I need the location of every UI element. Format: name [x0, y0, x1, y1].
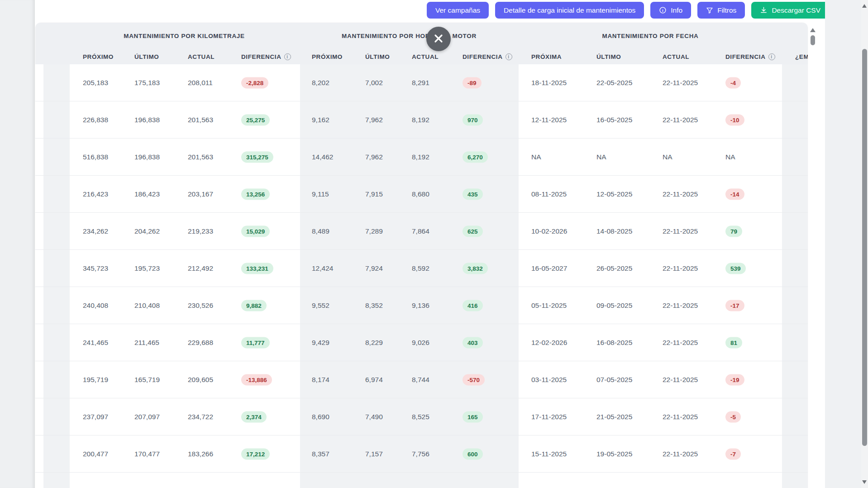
diferencia-info-icon[interactable]: i — [506, 53, 512, 60]
diferencia-info-icon[interactable]: i — [768, 53, 775, 60]
horas-actual-cell: 8,680 — [412, 190, 429, 198]
column-header-fecha-ultimo: ÚLTIMO — [596, 53, 621, 60]
close-button[interactable] — [426, 27, 451, 51]
km-diferencia-badge: 133,231 — [241, 263, 273, 274]
fecha-proxima-cell: 15-11-2025 — [531, 450, 567, 458]
table-row: 237,097207,097234,7222,3748,6907,4908,52… — [35, 398, 808, 435]
horas-ultimo-cell: 7,002 — [365, 79, 383, 87]
page-scrollbar[interactable] — [861, 0, 868, 488]
km-diferencia-badge: 25,275 — [241, 114, 270, 125]
fecha-proxima-cell: 12-11-2025 — [531, 116, 567, 124]
group-title-horas: MANTENIMIENTO POR HORAS DE MOTOR — [342, 33, 477, 39]
table-header: ¿EMITE MANTENIMIENTO POR KILOMETRAJEPRÓX… — [35, 23, 808, 64]
table-row: 234,262204,262219,23315,0298,4897,2897,8… — [35, 213, 808, 250]
fecha-actual-cell: 22-11-2025 — [663, 339, 698, 347]
table-scrollbar-thumb[interactable] — [811, 35, 815, 45]
horas-proximo-cell: 14,462 — [312, 153, 333, 161]
horas-proximo-cell: 8,202 — [312, 79, 329, 87]
km-proximo-cell: 205,183 — [83, 79, 108, 87]
fecha-actual-cell: 22-11-2025 — [663, 227, 698, 235]
horas-proximo-cell: 12,424 — [312, 264, 333, 273]
column-header-horas-ultimo: ÚLTIMO — [365, 53, 390, 60]
column-header-km-actual: ACTUAL — [188, 53, 215, 60]
toolbar-button-descargar-csv[interactable]: Descargar CSV — [751, 2, 829, 19]
fecha-ultimo-cell: NA — [596, 153, 606, 161]
horas-diferencia-badge: -570 — [463, 374, 485, 385]
button-label: Ver campañas — [435, 6, 480, 14]
fecha-ultimo-cell: 16-08-2025 — [596, 339, 632, 347]
toolbar-button-info[interactable]: Info — [650, 2, 691, 19]
fecha-proxima-cell: 08-11-2025 — [531, 190, 567, 198]
fecha-diferencia-badge: -19 — [725, 374, 744, 385]
km-actual-cell: 183,266 — [188, 450, 213, 458]
horas-diferencia-badge: 3,832 — [463, 263, 488, 274]
table-row: 345,723195,723212,492133,23112,4247,9248… — [35, 250, 808, 287]
horas-ultimo-cell: 7,962 — [365, 153, 383, 161]
page-scrollbar-thumb[interactable] — [862, 49, 867, 446]
fecha-diferencia-badge: 81 — [725, 337, 742, 348]
horas-diferencia-badge: 165 — [463, 411, 483, 422]
column-header-label: PRÓXIMA — [531, 53, 562, 60]
km-diferencia-badge: 17,212 — [241, 448, 270, 459]
fecha-ultimo-cell: 26-05-2025 — [596, 264, 632, 273]
table-row: 216,423186,423203,16713,2569,1157,9158,6… — [35, 176, 808, 213]
toolbar-button-ver-campa-as[interactable]: Ver campañas — [427, 2, 489, 19]
horas-diferencia-badge: -89 — [463, 77, 482, 88]
km-ultimo-cell: 165,719 — [134, 376, 160, 384]
km-ultimo-cell: 211,465 — [134, 339, 159, 347]
table-scrollbar-up-icon[interactable] — [810, 28, 816, 32]
button-label: Detalle de carga inicial de mantenimient… — [504, 6, 635, 14]
horas-actual-cell: 8,592 — [412, 264, 429, 273]
km-actual-cell: 203,167 — [188, 190, 213, 198]
column-header-label: DIFERENCIA — [463, 53, 503, 60]
fecha-actual-cell: NA — [663, 153, 672, 161]
toolbar-button-detalle-de-carga-inicial-de-mantenimientos[interactable]: Detalle de carga inicial de mantenimient… — [495, 2, 644, 19]
fecha-ultimo-cell: 09-05-2025 — [596, 301, 632, 310]
button-label: Filtros — [717, 6, 736, 14]
horas-actual-cell: 9,026 — [412, 339, 429, 347]
km-diferencia-badge: -2,828 — [241, 77, 268, 88]
fecha-actual-cell: 22-11-2025 — [663, 450, 698, 458]
column-header-horas-proximo: PRÓXIMO — [312, 53, 343, 60]
km-ultimo-cell: 196,838 — [134, 116, 160, 124]
table-scrollbar[interactable] — [810, 26, 816, 474]
table-row: 205,183175,183208,011-2,8288,2027,0028,2… — [35, 64, 808, 101]
km-ultimo-cell: 207,097 — [134, 413, 160, 421]
km-diferencia-badge: 11,777 — [241, 337, 270, 348]
fecha-proxima-cell: 18-11-2025 — [531, 79, 567, 87]
column-header-label: ACTUAL — [412, 53, 439, 60]
group-title-fecha: MANTENIMIENTO POR FECHA — [602, 33, 698, 39]
column-header-label: ÚLTIMO — [134, 53, 159, 60]
km-proximo-cell: 200,477 — [83, 450, 108, 458]
horas-proximo-cell: 9,429 — [312, 339, 329, 347]
km-actual-cell: 201,563 — [188, 116, 213, 124]
km-proximo-cell: 234,262 — [83, 227, 108, 235]
column-header-label: DIFERENCIA — [725, 53, 766, 60]
km-proximo-cell: 195,719 — [83, 376, 108, 384]
toolbar-button-filtros[interactable]: Filtros — [697, 2, 745, 19]
column-header-label: ACTUAL — [188, 53, 215, 60]
km-proximo-cell: 241,465 — [83, 339, 108, 347]
fecha-diferencia-cell: NA — [725, 153, 735, 161]
km-proximo-cell: 516,838 — [83, 153, 108, 161]
horas-proximo-cell: 8,174 — [312, 376, 329, 384]
fecha-proxima-cell: 17-11-2025 — [531, 413, 567, 421]
diferencia-info-icon[interactable]: i — [284, 53, 291, 60]
table-row: 516,838196,838201,563315,27514,4627,9628… — [35, 139, 808, 176]
km-diferencia-badge: 15,029 — [241, 225, 270, 237]
fecha-actual-cell: 22-11-2025 — [663, 376, 698, 384]
scroll-up-icon[interactable] — [862, 4, 867, 8]
horas-diferencia-badge: 970 — [463, 114, 483, 125]
scroll-down-icon[interactable] — [862, 480, 867, 484]
column-header-fecha-proxima: PRÓXIMA — [531, 53, 562, 60]
column-header-emite: ¿EMITE — [795, 53, 808, 60]
fecha-ultimo-cell: 19-05-2025 — [596, 450, 632, 458]
horas-actual-cell: 7,864 — [412, 227, 429, 235]
horas-ultimo-cell: 7,157 — [365, 450, 383, 458]
table-row: 241,465211,465229,68811,7779,4298,2299,0… — [35, 324, 808, 361]
funnel-icon — [706, 7, 713, 14]
km-proximo-cell: 216,423 — [83, 190, 108, 198]
horas-proximo-cell: 9,162 — [312, 116, 329, 124]
km-actual-cell: 209,605 — [188, 376, 213, 384]
fecha-proxima-cell: 05-11-2025 — [531, 301, 567, 310]
